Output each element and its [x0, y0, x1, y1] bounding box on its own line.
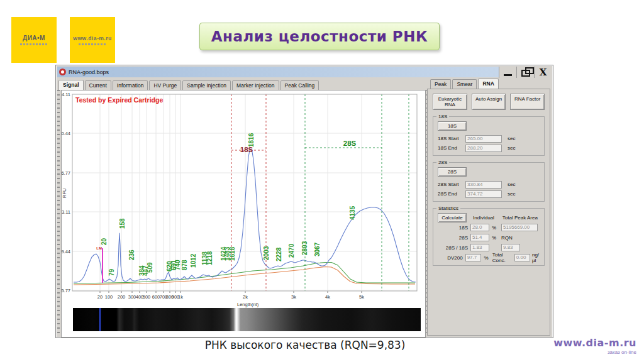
svg-text:16.77: 16.77: [62, 170, 70, 176]
diaem-logo: ДИА•М: [11, 17, 57, 63]
minimize-icon: [504, 74, 512, 76]
tab-sample-injection[interactable]: Sample Injection: [182, 80, 231, 90]
analysis-tabbar: Peak Smear RNA: [430, 79, 550, 89]
total-conc-label: Total Conc.: [492, 252, 513, 263]
svg-text:28S: 28S: [343, 140, 357, 147]
total-peak-area-input[interactable]: 5195669.00: [501, 224, 538, 231]
svg-text:2003: 2003: [263, 246, 270, 260]
group-28s: 28S 28S 28S Start 330.84 sec 28S End 374…: [433, 162, 545, 202]
ratio-input[interactable]: 1.83: [470, 244, 489, 251]
svg-text:20: 20: [101, 238, 108, 245]
18s-start-input[interactable]: 265.00: [465, 135, 502, 143]
slide-title: Анализ целостности РНК: [199, 23, 440, 50]
svg-text:9.44: 9.44: [62, 249, 70, 255]
svg-text:Tested by Expired Cartridge: Tested by Expired Cartridge: [75, 96, 163, 104]
app-icon: [59, 69, 66, 75]
svg-text:4135: 4135: [349, 206, 356, 220]
left-splitter[interactable]: [57, 90, 60, 336]
main-tabbar: Signal Current Information HV Purge Samp…: [58, 79, 320, 90]
close-button[interactable]: X: [534, 67, 552, 78]
electropherogram-panel: LM20791582363844475096206917408781012113…: [61, 90, 426, 337]
rqn-label: RQN: [501, 235, 513, 241]
28s-end-label: 28S End: [438, 191, 465, 197]
svg-text:4k: 4k: [325, 294, 330, 300]
svg-text:236: 236: [128, 250, 135, 260]
window-titlebar[interactable]: RNA-good.bops: [57, 67, 500, 77]
svg-text:LM: LM: [96, 246, 102, 250]
svg-text:878: 878: [181, 260, 188, 270]
svg-text:1816: 1816: [248, 133, 255, 147]
28s-percent-input[interactable]: 51.4: [470, 234, 489, 241]
auto-assign-button[interactable]: Auto Assign: [472, 94, 506, 110]
rna-factor-button[interactable]: RNA Factor: [510, 94, 545, 110]
calculate-button[interactable]: Calculate: [438, 213, 467, 222]
svg-text:5.77: 5.77: [62, 288, 70, 293]
restore-button[interactable]: [516, 67, 534, 78]
svg-text:20: 20: [97, 294, 103, 300]
svg-text:740: 740: [174, 260, 181, 270]
svg-text:1012: 1012: [190, 253, 197, 268]
total-peak-area-header: Total Peak Area: [502, 215, 538, 221]
svg-text:500: 500: [143, 294, 151, 300]
svg-text:24.11: 24.11: [62, 92, 70, 97]
18s-start-label: 18S Start: [438, 136, 465, 141]
svg-text:509: 509: [147, 262, 153, 273]
svg-text:20.44: 20.44: [62, 131, 70, 136]
18s-end-input[interactable]: 288.20: [465, 145, 502, 152]
28s-end-input[interactable]: 374.72: [465, 190, 502, 198]
electropherogram-chart[interactable]: LM20791582363844475096206917408781012113…: [62, 90, 425, 307]
gel-marker-line: [99, 308, 101, 331]
app-window: RNA-good.bops X Signal Current Informati…: [55, 65, 553, 338]
svg-text:18S: 18S: [240, 146, 253, 153]
28s-start-label: 28S Start: [438, 182, 465, 187]
close-icon: X: [540, 68, 547, 77]
logo-tagline: [20, 43, 48, 45]
site-url: www.dia-m.ru: [553, 337, 636, 349]
svg-text:3k: 3k: [291, 294, 296, 300]
diam-site-logo-text: www.dia-m.ru: [73, 35, 111, 41]
tab-hv-purge[interactable]: HV Purge: [149, 80, 181, 90]
diam-site-logo: www.dia-m.ru: [70, 17, 115, 63]
18s-percent-input[interactable]: 28.0: [470, 224, 489, 231]
tab-signal[interactable]: Signal: [58, 80, 84, 90]
group-18s: 18S 18S 18S Start 265.00 sec 18S End 288…: [433, 116, 545, 156]
svg-text:2k: 2k: [243, 294, 248, 300]
svg-text:158: 158: [119, 218, 126, 229]
svg-text:2228: 2228: [275, 247, 282, 261]
svg-text:600: 600: [152, 294, 160, 300]
site-footer: www.dia-m.ru заказ on-line: [553, 337, 636, 355]
individual-header: Individual: [473, 215, 494, 221]
tab-peak-calling[interactable]: Peak Calling: [280, 80, 319, 90]
group-statistics: Statistics Calculate Individual Total Pe…: [433, 208, 545, 266]
svg-text:300: 300: [128, 294, 136, 300]
28s-button[interactable]: 28S: [438, 167, 467, 177]
diaem-logo-text: ДИА•М: [23, 35, 45, 41]
minimize-button[interactable]: [499, 67, 516, 78]
svg-text:3067: 3067: [314, 242, 321, 256]
site-subtitle: заказ on-line: [553, 349, 636, 355]
svg-text:13.11: 13.11: [62, 209, 70, 215]
svg-text:79: 79: [108, 268, 115, 276]
window-title: RNA-good.bops: [69, 69, 109, 75]
slide-caption: РНК высокого качества (RQN=9,83): [101, 339, 509, 351]
logo-tagline: [79, 43, 106, 45]
total-conc-input[interactable]: 0.00: [514, 254, 530, 261]
svg-text:Length(nt): Length(nt): [237, 302, 259, 307]
tab-marker-injection[interactable]: Marker Injection: [232, 80, 279, 90]
18s-end-label: 18S End: [438, 145, 465, 151]
28s-start-input[interactable]: 330.84: [465, 181, 502, 189]
tab-information[interactable]: Information: [113, 80, 148, 90]
tab-rna[interactable]: RNA: [478, 79, 498, 89]
svg-text:2803: 2803: [301, 241, 308, 255]
tab-peak[interactable]: Peak: [430, 79, 451, 89]
gel-image: [73, 308, 421, 331]
dv200-input[interactable]: 97.7: [465, 254, 482, 261]
eukaryotic-rna-button[interactable]: Eukaryotic RNA: [433, 94, 467, 110]
tab-smear[interactable]: Smear: [452, 79, 477, 89]
svg-text:1618: 1618: [229, 246, 236, 261]
svg-text:1k: 1k: [178, 294, 183, 300]
rqn-input[interactable]: 9.83: [501, 244, 520, 251]
18s-button[interactable]: 18S: [438, 121, 467, 131]
tab-current[interactable]: Current: [85, 80, 111, 90]
svg-text:5k: 5k: [359, 294, 364, 300]
